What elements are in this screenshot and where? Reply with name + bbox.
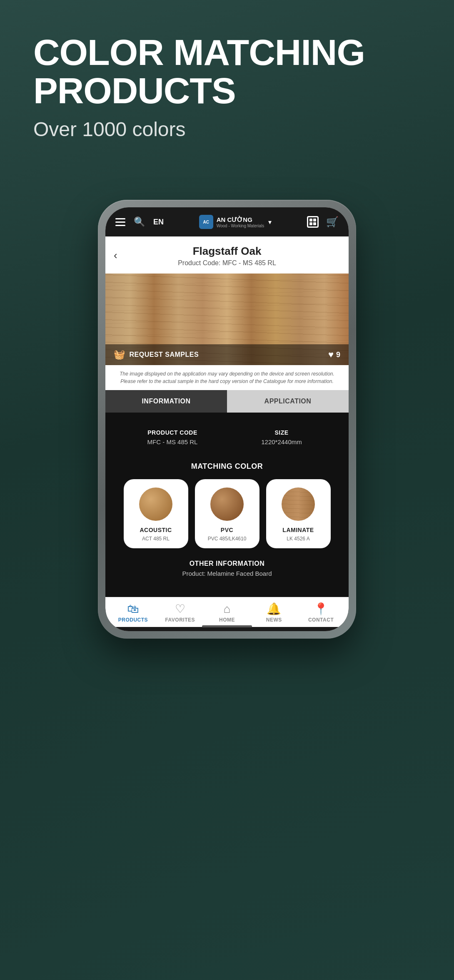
nav-news[interactable]: 🔔 NEWS bbox=[257, 603, 291, 623]
heart-icon[interactable]: ♥ bbox=[328, 349, 334, 360]
products-label: PRODUCTS bbox=[118, 617, 148, 623]
request-samples-label: REQUEST SAMPLES bbox=[130, 351, 199, 358]
phone-mockup: 🔍 EN AC AN CƯỜNG Wood - Working Material… bbox=[98, 200, 356, 639]
brand-name: AN CƯỜNG bbox=[217, 216, 264, 224]
brand-sub: Wood - Working Materials bbox=[217, 224, 264, 228]
home-icon: ⌂ bbox=[224, 603, 231, 615]
hero-title: COLOR MATCHING PRODUCTS bbox=[33, 33, 454, 110]
hamburger-menu-button[interactable] bbox=[115, 218, 125, 226]
image-disclaimer: The image displayed on the application m… bbox=[105, 365, 349, 390]
brand-logo: AC AN CƯỜNG Wood - Working Materials bbox=[199, 215, 264, 229]
back-button[interactable]: ‹ bbox=[114, 249, 117, 261]
other-info-section: OTHER INFORMATION Product: Melamine Face… bbox=[118, 560, 336, 587]
language-selector[interactable]: EN bbox=[153, 218, 164, 226]
color-card-acoustic[interactable]: ACOUSTIC ACT 485 RL bbox=[124, 479, 188, 548]
search-button[interactable]: 🔍 bbox=[134, 216, 145, 227]
product-code-prefix: Product Code: bbox=[178, 259, 220, 266]
cart-button[interactable]: 🛒 bbox=[326, 216, 339, 228]
product-code-cell: PRODUCT CODE MFC - MS 485 RL bbox=[118, 423, 227, 452]
news-label: NEWS bbox=[266, 617, 282, 623]
tab-application[interactable]: APPLICATION bbox=[227, 390, 349, 413]
favorites-label: FAVORITES bbox=[165, 617, 195, 623]
product-name: Flagstaff Oak bbox=[130, 245, 324, 258]
product-code-header: PRODUCT CODE bbox=[122, 429, 223, 436]
acoustic-type-label: ACOUSTIC bbox=[140, 527, 172, 533]
favorites-count: 9 bbox=[336, 351, 340, 359]
laminate-type-label: LAMINATE bbox=[282, 527, 314, 533]
top-bar-right: 🛒 bbox=[307, 216, 339, 228]
color-card-pvc[interactable]: PVC PVC 485/LK4610 bbox=[195, 479, 259, 548]
pvc-code: PVC 485/LK4610 bbox=[208, 536, 247, 542]
contact-label: CONTACT bbox=[308, 617, 334, 623]
nav-contact[interactable]: 📍 CONTACT bbox=[304, 603, 338, 623]
home-indicator bbox=[105, 627, 349, 631]
brand-logo-icon: AC bbox=[199, 215, 213, 229]
size-header: SIZE bbox=[231, 429, 332, 436]
contact-icon: 📍 bbox=[314, 603, 328, 615]
request-samples-button[interactable]: 🧺 REQUEST SAMPLES bbox=[114, 349, 199, 360]
nav-home[interactable]: ⌂ HOME bbox=[210, 603, 244, 623]
favorites-icon: ♡ bbox=[175, 603, 185, 615]
brand-dropdown-icon[interactable]: ▾ bbox=[268, 218, 272, 226]
color-cards: ACOUSTIC ACT 485 RL PVC PVC 485/LK4610 L… bbox=[118, 479, 336, 548]
image-overlay: 🧺 REQUEST SAMPLES ♥ 9 bbox=[105, 344, 349, 365]
matching-color-title: MATCHING COLOR bbox=[118, 462, 336, 471]
home-bar bbox=[202, 625, 252, 627]
product-code-line: Product Code: MFC - MS 485 RL bbox=[130, 259, 324, 267]
color-card-laminate[interactable]: LAMINATE LK 4526 A bbox=[266, 479, 331, 548]
product-info-section: PRODUCT CODE MFC - MS 485 RL SIZE 1220*2… bbox=[105, 413, 349, 597]
laminate-color-circle bbox=[282, 488, 315, 521]
top-bar-left: 🔍 EN bbox=[115, 216, 164, 227]
hero-subtitle: Over 1000 colors bbox=[33, 118, 454, 141]
home-label: HOME bbox=[219, 617, 235, 623]
other-info-value: Product: Melamine Faced Board bbox=[126, 570, 328, 577]
basket-icon: 🧺 bbox=[114, 349, 125, 360]
tab-information[interactable]: INFORMATION bbox=[105, 390, 227, 413]
phone-outer-shell: 🔍 EN AC AN CƯỜNG Wood - Working Material… bbox=[98, 200, 356, 639]
pvc-color-circle bbox=[210, 488, 244, 521]
news-icon: 🔔 bbox=[267, 603, 281, 615]
tabs-bar: INFORMATION APPLICATION bbox=[105, 390, 349, 413]
brand-logo-text-block: AN CƯỜNG Wood - Working Materials bbox=[217, 216, 264, 228]
pvc-type-label: PVC bbox=[221, 527, 233, 533]
brand-logo-area: AC AN CƯỜNG Wood - Working Materials ▾ bbox=[199, 215, 272, 229]
products-icon: 🛍 bbox=[127, 603, 139, 615]
phone-inner: 🔍 EN AC AN CƯỜNG Wood - Working Material… bbox=[105, 207, 349, 631]
acoustic-code: ACT 485 RL bbox=[142, 536, 170, 542]
nav-favorites[interactable]: ♡ FAVORITES bbox=[163, 603, 197, 623]
phone-screen: 🔍 EN AC AN CƯỜNG Wood - Working Material… bbox=[105, 207, 349, 631]
product-code-cell-value: MFC - MS 485 RL bbox=[122, 438, 223, 445]
product-image: 🧺 REQUEST SAMPLES ♥ 9 bbox=[105, 274, 349, 365]
nav-products[interactable]: 🛍 PRODUCTS bbox=[116, 603, 150, 623]
laminate-code: LK 4526 A bbox=[287, 536, 309, 542]
hero-section: COLOR MATCHING PRODUCTS Over 1000 colors bbox=[33, 33, 454, 141]
size-cell: SIZE 1220*2440mm bbox=[227, 423, 336, 452]
info-grid: PRODUCT CODE MFC - MS 485 RL SIZE 1220*2… bbox=[118, 423, 336, 452]
favorites-area: ♥ 9 bbox=[328, 349, 340, 360]
product-header: ‹ Flagstaff Oak Product Code: MFC - MS 4… bbox=[105, 236, 349, 274]
acoustic-color-circle bbox=[139, 488, 172, 521]
bottom-nav: 🛍 PRODUCTS ♡ FAVORITES ⌂ HOME 🔔 NEWS bbox=[105, 597, 349, 627]
size-value: 1220*2440mm bbox=[231, 438, 332, 445]
top-bar: 🔍 EN AC AN CƯỜNG Wood - Working Material… bbox=[105, 207, 349, 236]
qr-code-icon[interactable] bbox=[307, 216, 319, 228]
other-info-title: OTHER INFORMATION bbox=[126, 560, 328, 567]
product-code-value: MFC - MS 485 RL bbox=[222, 259, 276, 266]
